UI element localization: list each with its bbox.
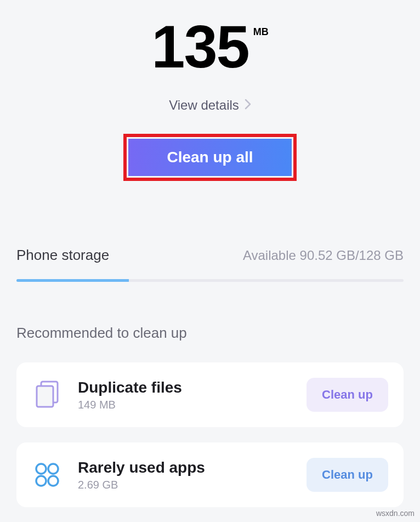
clean-all-highlight: Clean up all — [123, 134, 296, 181]
card-subtitle: 149 MB — [78, 399, 291, 411]
watermark: wsxdn.com — [376, 509, 415, 518]
view-details-label: View details — [169, 98, 239, 113]
rarely-used-apps-icon — [32, 459, 63, 490]
recommended-card-rarely-used-apps[interactable]: Rarely used apps 2.69 GB Clean up — [16, 442, 404, 507]
storage-progress-fill — [16, 279, 129, 282]
storage-progress-bar — [16, 279, 404, 282]
card-subtitle: 2.69 GB — [78, 479, 291, 491]
clean-up-button[interactable]: Clean up — [307, 458, 388, 492]
svg-rect-1 — [37, 386, 53, 407]
clean-up-button[interactable]: Clean up — [307, 378, 388, 412]
clean-up-all-button[interactable]: Clean up all — [128, 139, 291, 176]
phone-storage-section: Phone storage Available 90.52 GB/128 GB — [0, 247, 420, 282]
storage-available-label: Available 90.52 GB/128 GB — [243, 248, 404, 263]
cleanup-summary: 135 MB View details Clean up all — [0, 0, 420, 181]
svg-point-3 — [48, 464, 58, 474]
svg-point-2 — [36, 464, 46, 474]
svg-point-4 — [36, 476, 46, 486]
svg-point-5 — [48, 476, 58, 486]
cleanup-size-value: 135 — [151, 16, 249, 77]
cleanup-size-unit: MB — [253, 26, 269, 38]
chevron-right-icon — [245, 99, 251, 112]
card-title: Rarely used apps — [78, 459, 291, 476]
view-details-link[interactable]: View details — [169, 98, 251, 113]
recommended-section: Recommended to clean up Duplicate files … — [0, 325, 420, 507]
recommended-title: Recommended to clean up — [16, 325, 404, 342]
phone-storage-title: Phone storage — [16, 247, 109, 264]
card-title: Duplicate files — [78, 379, 291, 396]
duplicate-files-icon — [32, 379, 63, 410]
cleanup-size: 135 MB — [0, 16, 420, 77]
recommended-card-duplicate-files[interactable]: Duplicate files 149 MB Clean up — [16, 362, 404, 427]
